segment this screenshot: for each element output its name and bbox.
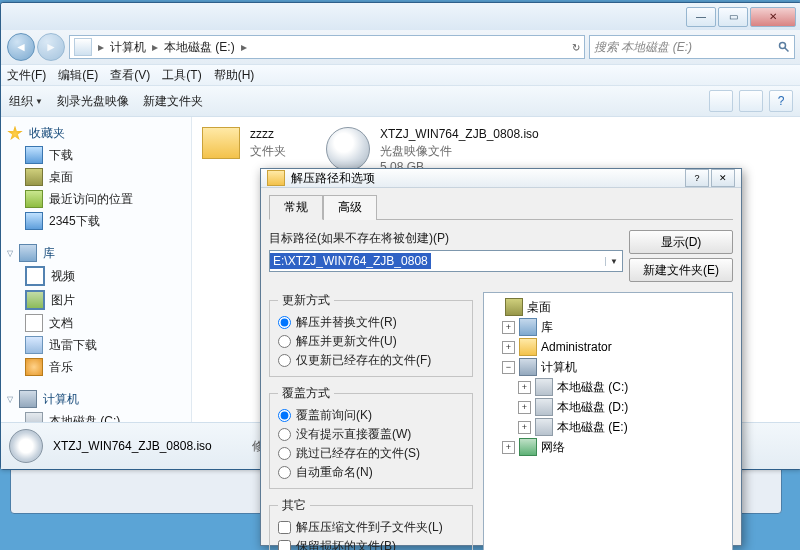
dialog-help-button[interactable]: ? bbox=[685, 169, 709, 187]
sidebar-item-2345[interactable]: 2345下载 bbox=[3, 210, 189, 232]
recent-icon bbox=[25, 190, 43, 208]
sidebar-item-music[interactable]: 音乐 bbox=[3, 356, 189, 378]
tree-lib[interactable]: +库 bbox=[488, 317, 728, 337]
check-subfolder[interactable]: 解压压缩文件到子文件夹(L) bbox=[278, 518, 464, 537]
nav-back-button[interactable]: ◄ bbox=[7, 33, 35, 61]
tree-drive-e[interactable]: +本地磁盘 (E:) bbox=[488, 417, 728, 437]
tab-advanced[interactable]: 高级 bbox=[323, 195, 377, 220]
user-icon bbox=[519, 338, 537, 356]
toolbar: 组织▼ 刻录光盘映像 新建文件夹 ? bbox=[1, 86, 800, 116]
display-button[interactable]: 显示(D) bbox=[629, 230, 733, 254]
sidebar-libraries[interactable]: ▽库 bbox=[3, 242, 189, 264]
drive-icon bbox=[74, 38, 92, 56]
path-input[interactable]: E:\XTZJ_WIN764_ZJB_0808 ▼ bbox=[269, 250, 623, 272]
disc-icon bbox=[326, 127, 370, 171]
thunder-icon bbox=[25, 336, 43, 354]
tree-computer[interactable]: −计算机 bbox=[488, 357, 728, 377]
disc-icon bbox=[9, 429, 43, 463]
menu-file[interactable]: 文件(F) bbox=[7, 67, 46, 84]
menu-edit[interactable]: 编辑(E) bbox=[58, 67, 98, 84]
expand-icon[interactable]: + bbox=[502, 441, 515, 454]
crumb-computer[interactable]: 计算机 bbox=[110, 39, 146, 56]
tree-desktop[interactable]: 桌面 bbox=[488, 297, 728, 317]
list-item[interactable]: XTZJ_WIN764_ZJB_0808.iso 光盘映像文件 5.08 GB bbox=[326, 127, 539, 174]
menu-tools[interactable]: 工具(T) bbox=[162, 67, 201, 84]
search-icon bbox=[778, 41, 790, 53]
list-item[interactable]: zzzz 文件夹 bbox=[202, 127, 286, 160]
update-mode-group: 更新方式 解压并替换文件(R) 解压并更新文件(U) 仅更新已经存在的文件(F) bbox=[269, 292, 473, 377]
radio-skip[interactable]: 跳过已经存在的文件(S) bbox=[278, 444, 464, 463]
check-keep-broken[interactable]: 保留损坏的文件(B) bbox=[278, 537, 464, 550]
radio-rename[interactable]: 自动重命名(N) bbox=[278, 463, 464, 482]
music-icon bbox=[25, 358, 43, 376]
tree-drive-c[interactable]: +本地磁盘 (C:) bbox=[488, 377, 728, 397]
sidebar-computer[interactable]: ▽计算机 bbox=[3, 388, 189, 410]
chevron-down-icon[interactable]: ▼ bbox=[605, 257, 622, 266]
sidebar-item-recent[interactable]: 最近访问的位置 bbox=[3, 188, 189, 210]
newfolder-button[interactable]: 新建文件夹 bbox=[143, 93, 203, 110]
path-label: 目标路径(如果不存在将被创建)(P) bbox=[269, 230, 623, 247]
tab-general[interactable]: 常规 bbox=[269, 195, 323, 220]
document-icon bbox=[25, 314, 43, 332]
radio-extract-replace[interactable]: 解压并替换文件(R) bbox=[278, 313, 464, 332]
library-icon bbox=[19, 244, 37, 262]
menu-view[interactable]: 查看(V) bbox=[110, 67, 150, 84]
radio-freshen[interactable]: 仅更新已经存在的文件(F) bbox=[278, 351, 464, 370]
sidebar-item-documents[interactable]: 文档 bbox=[3, 312, 189, 334]
maximize-button[interactable]: ▭ bbox=[718, 7, 748, 27]
sidebar-item-desktop[interactable]: 桌面 bbox=[3, 166, 189, 188]
status-filename: XTZJ_WIN764_ZJB_0808.iso bbox=[53, 439, 212, 453]
star-icon bbox=[7, 126, 23, 142]
folder-tree[interactable]: 桌面 +库 +Administrator −计算机 +本地磁盘 (C:) +本地… bbox=[483, 292, 733, 550]
sidebar-item-thunder[interactable]: 迅雷下载 bbox=[3, 334, 189, 356]
sidebar-item-pictures[interactable]: 图片 bbox=[3, 288, 189, 312]
sidebar-favorites[interactable]: 收藏夹 bbox=[3, 123, 189, 144]
organize-button[interactable]: 组织▼ bbox=[9, 93, 43, 110]
sidebar-item-drive-c[interactable]: 本地磁盘 (C:) bbox=[3, 410, 189, 422]
newfolder-button[interactable]: 新建文件夹(E) bbox=[629, 258, 733, 282]
library-icon bbox=[519, 318, 537, 336]
crumb-drive[interactable]: 本地磁盘 (E:) bbox=[164, 39, 235, 56]
tree-drive-d[interactable]: +本地磁盘 (D:) bbox=[488, 397, 728, 417]
breadcrumb[interactable]: ▸ 计算机 ▸ 本地磁盘 (E:) ▸ ↻ bbox=[69, 35, 585, 59]
nav-forward-button[interactable]: ► bbox=[37, 33, 65, 61]
video-icon bbox=[25, 266, 45, 286]
radio-overwrite[interactable]: 没有提示直接覆盖(W) bbox=[278, 425, 464, 444]
sidebar-item-video[interactable]: 视频 bbox=[3, 264, 189, 288]
address-bar: ◄ ► ▸ 计算机 ▸ 本地磁盘 (E:) ▸ ↻ 搜索 本地磁盘 (E:) bbox=[1, 30, 800, 64]
radio-extract-update[interactable]: 解压并更新文件(U) bbox=[278, 332, 464, 351]
drive-icon bbox=[535, 418, 553, 436]
preview-pane-button[interactable] bbox=[739, 90, 763, 112]
tabs: 常规 高级 bbox=[269, 194, 733, 220]
radio-ask[interactable]: 覆盖前询问(K) bbox=[278, 406, 464, 425]
collapse-icon[interactable]: − bbox=[502, 361, 515, 374]
tree-admin[interactable]: +Administrator bbox=[488, 337, 728, 357]
sidebar: 收藏夹 下载 桌面 最近访问的位置 2345下载 ▽库 视频 图片 文档 迅雷下… bbox=[1, 117, 192, 422]
search-input[interactable]: 搜索 本地磁盘 (E:) bbox=[589, 35, 795, 59]
tree-network[interactable]: +网络 bbox=[488, 437, 728, 457]
expand-icon[interactable]: + bbox=[518, 421, 531, 434]
picture-icon bbox=[25, 290, 45, 310]
dialog-titlebar[interactable]: 解压路径和选项 ? ✕ bbox=[261, 169, 741, 188]
download-icon bbox=[25, 146, 43, 164]
svg-line-1 bbox=[785, 48, 789, 52]
expand-icon[interactable]: + bbox=[502, 341, 515, 354]
sidebar-item-downloads[interactable]: 下载 bbox=[3, 144, 189, 166]
burn-button[interactable]: 刻录光盘映像 bbox=[57, 93, 129, 110]
expand-icon[interactable]: + bbox=[518, 401, 531, 414]
download-icon bbox=[25, 212, 43, 230]
drive-icon bbox=[535, 378, 553, 396]
desktop-icon bbox=[505, 298, 523, 316]
drive-icon bbox=[535, 398, 553, 416]
dialog-close-button[interactable]: ✕ bbox=[711, 169, 735, 187]
refresh-icon[interactable]: ↻ bbox=[572, 42, 580, 53]
computer-icon bbox=[19, 390, 37, 408]
expand-icon[interactable]: + bbox=[518, 381, 531, 394]
menu-help[interactable]: 帮助(H) bbox=[214, 67, 255, 84]
close-button[interactable]: ✕ bbox=[750, 7, 796, 27]
view-options-button[interactable] bbox=[709, 90, 733, 112]
menubar: 文件(F) 编辑(E) 查看(V) 工具(T) 帮助(H) bbox=[1, 64, 800, 86]
minimize-button[interactable]: — bbox=[686, 7, 716, 27]
help-icon[interactable]: ? bbox=[769, 90, 793, 112]
expand-icon[interactable]: + bbox=[502, 321, 515, 334]
